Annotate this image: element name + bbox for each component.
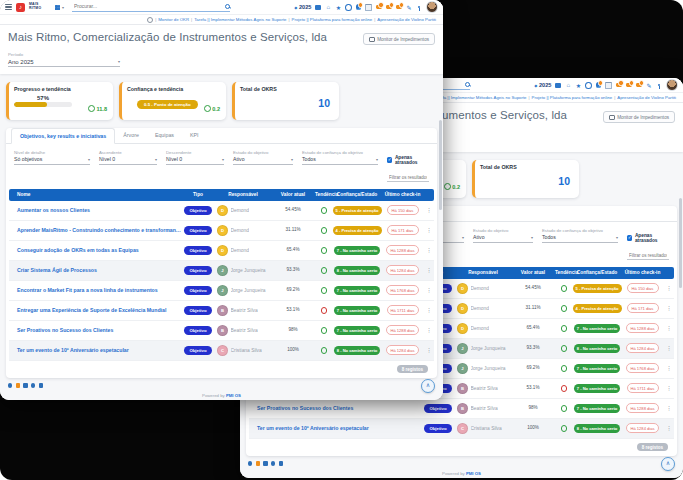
row-menu-icon[interactable]: ⋮ [664,425,674,431]
foreground-window[interactable]: ♪ MAISRITMO ▾ ◆ 2025 ⌂ ★ [0,0,443,400]
row-menu-icon[interactable]: ⋮ [664,385,674,391]
chat-icon[interactable] [376,4,383,11]
results-filter-input[interactable] [387,174,429,182]
app-logo[interactable]: ♪ [16,3,25,12]
footer-icon-1[interactable] [248,461,252,465]
objective-link[interactable]: Encontrar o Market Fit para a nova linha… [9,287,181,293]
objective-link[interactable]: Ser Proativos no Sucesso dos Clientes [9,327,181,333]
row-menu-icon[interactable]: ⋮ [424,287,434,293]
row-menu-icon[interactable]: ⋮ [424,247,434,253]
breadcrumb-link[interactable]: | Tarefa || Implementar Métodos Ágeis no… [191,17,286,22]
scroll-to-top-button[interactable]: ∧ [661,457,675,471]
objective-link[interactable]: Conseguir adoção de OKRs em todas as Equ… [9,247,181,253]
breadcrumb-link[interactable]: | Apresentação de Violino Partiti [614,95,676,100]
scrollbar[interactable] [439,120,442,210]
search-icon[interactable] [465,82,470,87]
home-icon[interactable]: ⌂ [325,4,332,11]
row-menu-icon[interactable]: ⋮ [664,345,674,351]
history-icon[interactable] [585,82,592,89]
user-avatar[interactable] [426,1,438,13]
impediments-monitor-button[interactable]: Monitor de Impedimentos [363,33,435,45]
objective-link[interactable]: Ter um evento de 10º Aniversário espetac… [9,347,181,353]
row-menu-icon[interactable]: ⋮ [664,285,674,291]
row-menu-icon[interactable]: ⋮ [424,227,434,233]
chat-icon[interactable] [616,82,623,89]
menu-icon[interactable] [5,4,12,10]
share-icon[interactable] [595,82,602,89]
row-menu-icon[interactable]: ⋮ [424,307,434,313]
tab[interactable]: KPI [182,128,207,143]
row-menu-icon[interactable]: ⋮ [664,325,674,331]
breadcrumb-link[interactable]: | Tarefa || Implementar Métodos Ágeis no… [431,95,526,100]
breadcrumb-link[interactable]: | Projeto || Plataforma para formação on… [528,95,612,100]
row-menu-icon[interactable]: ⋮ [664,365,674,371]
gear-icon[interactable] [147,17,153,23]
brand-link[interactable]: PMI OS [226,393,241,398]
objective-link[interactable]: Aprender MaisRitmo - Construindo conheci… [9,227,181,233]
history-icon[interactable] [345,4,352,11]
edit-icon[interactable]: ✎ [406,4,413,11]
footer-icon-5[interactable] [279,461,283,465]
org-selector[interactable]: ▾ [55,5,64,10]
feedback-icon[interactable] [396,4,403,11]
comments-icon[interactable] [626,82,633,89]
tab[interactable]: Equipas [147,128,182,143]
gallery-icon[interactable] [315,4,322,11]
row-menu-icon[interactable]: ⋮ [424,207,434,213]
row-menu-icon[interactable]: ⋮ [424,327,434,333]
footer-icon-1[interactable] [8,383,12,387]
objective-link[interactable]: Ter um evento de 10º Aniversário espetac… [249,425,421,431]
objective-link[interactable]: Criar Sistema Ágil de Processos [9,267,181,273]
scrollbar[interactable] [679,198,682,288]
filter-select[interactable]: Estado do objetivo Ativo ▾ [473,228,533,261]
footer-icon-2[interactable] [16,383,20,387]
calendar-icon[interactable] [605,82,612,89]
home-icon[interactable]: ⌂ [565,82,572,89]
tab[interactable]: Objetivos, key results e iniciativas [11,128,115,144]
objective-link[interactable]: Aumentar os nossos Clientes [9,207,181,213]
row-menu-icon[interactable]: ⋮ [664,305,674,311]
filter-select[interactable]: Descendente Nível 0 ▾ [166,150,224,183]
search-icon[interactable] [225,4,230,9]
scroll-to-top-button[interactable]: ∧ [421,379,435,393]
period-select[interactable]: Período Ano 2025 ▾ [8,52,120,67]
comments-icon[interactable] [386,4,393,11]
row-menu-icon[interactable]: ⋮ [664,405,674,411]
filter-select[interactable]: Ascendente Nível 0 ▾ [99,150,157,183]
late-only-checkbox[interactable]: ✓ [627,235,632,242]
gallery-icon[interactable] [555,82,562,89]
row-menu-icon[interactable]: ⋮ [424,347,434,353]
footer-icon-3[interactable] [23,383,27,387]
star-icon[interactable]: ★ [575,82,582,89]
footer-icon-5[interactable] [39,383,43,387]
filter-select[interactable]: Estado de confiança do objetivo Todos ▾ [542,228,618,261]
results-filter-input[interactable] [627,252,669,260]
footer-icon-3[interactable] [263,461,267,465]
feedback-icon[interactable] [636,82,643,89]
footer-icon-2[interactable] [256,461,260,465]
calendar-icon[interactable] [365,4,372,11]
pin-icon[interactable] [656,82,663,89]
star-icon[interactable]: ★ [335,4,342,11]
tab[interactable]: Árvore [115,128,147,143]
impediments-monitor-button[interactable]: Monitor de Impedimentos [603,111,675,123]
late-only-checkbox[interactable]: ✓ [387,157,392,164]
footer-icon-4[interactable] [31,383,35,387]
year-selector[interactable]: ◆ 2025 [534,82,551,88]
breadcrumb-link[interactable]: | Apresentação de Violino Partiti [374,17,436,22]
breadcrumb-link[interactable]: | Monitor de OKR [155,17,189,22]
search-input[interactable] [72,2,226,10]
footer-icon-4[interactable] [271,461,275,465]
pin-icon[interactable] [416,4,423,11]
year-selector[interactable]: ◆ 2025 [294,4,311,10]
filter-select[interactable]: Nível de detalhe Só objetivos ▾ [14,150,90,183]
share-icon[interactable] [355,4,362,11]
filter-select[interactable]: Estado de confiança do objetivo Todos ▾ [302,150,378,183]
objective-link[interactable]: Entregar uma Experiência de Suporte de E… [9,307,181,313]
user-avatar[interactable] [666,79,678,91]
row-menu-icon[interactable]: ⋮ [424,267,434,273]
filter-select[interactable]: Estado do objetivo Ativo ▾ [233,150,293,183]
objective-link[interactable]: Ser Proativos no Sucesso dos Clientes [249,405,421,411]
breadcrumb-link[interactable]: | Projeto || Plataforma para formação on… [288,17,372,22]
brand-link[interactable]: PMI OS [466,471,481,476]
